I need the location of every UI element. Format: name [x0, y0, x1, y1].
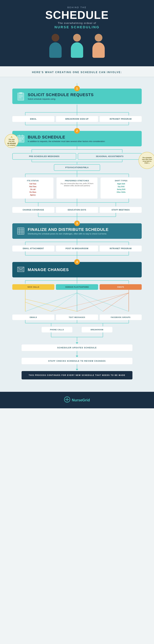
- footer: NurseGrid: [0, 392, 154, 408]
- svg-rect-23: [20, 140, 21, 142]
- svg-rect-19: [18, 138, 20, 140]
- emails-box: EMAILS: [12, 314, 54, 320]
- nursegrid-logo-icon: [64, 396, 70, 404]
- step4-title: MANAGE CHANGES: [28, 267, 69, 272]
- channels-row2-svg: [12, 320, 142, 326]
- svg-rect-21: [22, 138, 23, 140]
- nurse-figure-2: [68, 34, 86, 58]
- back-line3: to go back to: [143, 160, 151, 162]
- header-subtitle-accent: NURSE SCHEDULING: [3, 25, 151, 29]
- nurses-illustration: [3, 34, 151, 58]
- swaps-box: SWAPS: [100, 284, 142, 290]
- scheduler-update-svg: [12, 332, 142, 342]
- bottom-spacer: [9, 380, 145, 386]
- step1-method-breakroom: BREAKROOM SIGN-UP: [56, 116, 98, 122]
- detail-spread-svg: [12, 171, 142, 177]
- shifts-box: SHIFT TYPES Night Shift Day Shift Swing …: [101, 178, 142, 198]
- step3-method-email: EMAIL ATTACHMENT: [12, 246, 54, 252]
- step1-desc: Solicit schedule requests using:: [28, 98, 94, 100]
- step3-wrapper: 3 FINALIZE AND DISTRIBUTE SCHEDULE Distr…: [9, 223, 145, 239]
- fte-item-2: On call: [15, 188, 51, 191]
- education-days-box: EDUCATION DAYS: [56, 207, 98, 213]
- logo-svg: [64, 396, 70, 402]
- shift-item-0: Night Shift: [103, 182, 139, 185]
- converge-1: [12, 122, 142, 129]
- step2-number: 2: [74, 128, 80, 134]
- step4-converge-svg: [12, 252, 142, 259]
- nurse3-head: [95, 34, 102, 42]
- nurse-figure-1: [46, 34, 65, 58]
- staff-meetings-box: STAFF MEETINGS: [100, 207, 142, 213]
- crossing-arrows-area: [12, 290, 142, 314]
- shifts-items: Night Shift Day Shift Swing Shift Other …: [103, 182, 139, 194]
- step4-box: 4 MANAGE CHANGES: [12, 262, 142, 278]
- arrow-5: [76, 342, 78, 344]
- channels-row1: EMAILS TEXT MESSAGES FACEBOOK GROUPS: [12, 314, 142, 320]
- facebook-groups-box: FACEBOOK GROUPS: [100, 314, 142, 320]
- weekends-seasonal: PRE-SCHEDULED WEEKENDS SEASONAL ADJUSTME…: [12, 153, 142, 160]
- svg-rect-20: [20, 138, 21, 140]
- detail-spread: [12, 171, 142, 178]
- stretches-box: PREFERRED STRETCHES (e.g. two consecutiv…: [57, 178, 98, 198]
- step2-warning-bubble: ⚠ This step may take 40 HOURS to complet…: [5, 134, 18, 148]
- shift-item-1: Day Shift: [103, 185, 139, 188]
- process-continues-box: THIS PROCESS CONTINUES FOR EVERY NEW SCH…: [22, 371, 132, 380]
- svg-rect-22: [18, 140, 20, 142]
- fte-item-3: Per Diem: [15, 191, 51, 194]
- footer-logo-accent: Nurse: [72, 398, 82, 402]
- main-content: 1 SOLICIT SCHEDULE REQUESTS Solicit sche…: [0, 77, 154, 392]
- nurse2-head: [73, 34, 81, 42]
- step3-converge: [12, 213, 142, 221]
- step1-method-email: EMAIL: [12, 116, 54, 122]
- svg-rect-1: [19, 92, 22, 94]
- channels-row2-connectors: [12, 320, 142, 327]
- step4-wrapper: 4 MANAGE CHANGES: [9, 262, 145, 278]
- svg-line-86: [51, 293, 129, 312]
- breakroom-box: BREAKROOM: [82, 327, 112, 332]
- mgmt-sources-connectors: [12, 278, 142, 284]
- converge-1-svg: [12, 122, 142, 128]
- svg-rect-49: [17, 228, 24, 234]
- nurse1-head: [52, 34, 59, 42]
- step4-number: 4: [74, 259, 80, 265]
- back-line4: STEP 1.: [145, 162, 150, 164]
- nurse1-body: [49, 42, 62, 58]
- charge-coverage-box: CHARGE COVERAGE: [12, 207, 54, 213]
- svg-line-78: [25, 293, 77, 312]
- step1-content: SOLICIT SCHEDULE REQUESTS Solicit schedu…: [28, 92, 94, 100]
- step4-content: MANAGE CHANGES: [28, 267, 69, 272]
- pto-box: PTO/VACATIONS/FMLA: [54, 164, 100, 171]
- weekends-seasonal-svg: [12, 146, 142, 152]
- scheduler-update-connectors: [12, 332, 142, 342]
- step1-wrapper: 1 SOLICIT SCHEDULE REQUESTS Solicit sche…: [9, 88, 145, 104]
- step4-converge: [12, 252, 142, 260]
- mgmt-sources-svg: [12, 278, 142, 284]
- bottom-factors-connectors: [12, 198, 142, 207]
- crossing-arrows-svg: [12, 290, 142, 314]
- step2-desc: In addition to requests, the scheduler m…: [28, 140, 105, 142]
- step1-h-connector-svg: [12, 109, 142, 116]
- bottom-factors-row: CHARGE COVERAGE EDUCATION DAYS STAFF MEE…: [12, 207, 142, 213]
- footer-logo-word: Grid: [82, 398, 90, 402]
- grid-icon: [17, 226, 25, 236]
- fte-item-1: Part Time: [15, 185, 51, 188]
- step3-number: 3: [74, 220, 80, 226]
- nurse2-body: [71, 42, 83, 58]
- connector-2: [77, 105, 77, 109]
- pto-connectors-svg: [12, 160, 142, 164]
- warning-line1: This step: [8, 139, 15, 140]
- clipboard-icon: [17, 92, 25, 101]
- shift-item-3: Other Shifts: [103, 191, 139, 194]
- fte-item-0: Full Time: [15, 182, 51, 185]
- header-above-title: BEHIND THE: [3, 6, 151, 9]
- shifts-title: SHIFT TYPES: [103, 180, 139, 182]
- step2-box: 2 BUILD SCHEDULE In addition to requests…: [12, 131, 142, 146]
- back-to-step1-bubble: The scheduler may often have to go back …: [139, 152, 154, 169]
- warning-line2: may take: [9, 140, 15, 142]
- svg-line-84: [103, 293, 129, 312]
- stretches-desc: (e.g. two consecutive days max, prefer 2…: [59, 182, 95, 187]
- header-title: SCHEDULE: [3, 10, 151, 20]
- footer-logo: NurseGrid: [3, 396, 151, 404]
- warning-line3: 40 HOURS: [7, 142, 16, 144]
- channels-row2: PHONE CALLS BREAKROOM: [12, 327, 142, 332]
